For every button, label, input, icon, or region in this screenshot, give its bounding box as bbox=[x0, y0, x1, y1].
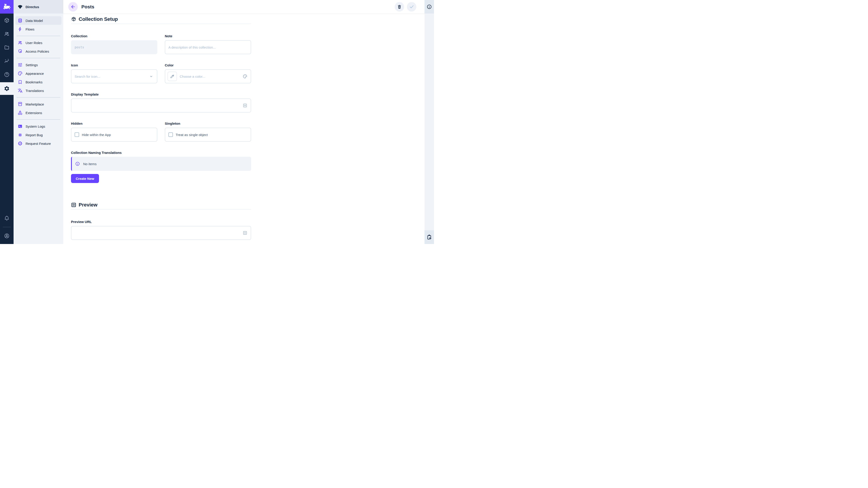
info-panel-button[interactable] bbox=[425, 0, 434, 13]
nav-item-label: Marketplace bbox=[26, 102, 44, 106]
project-name: Directus bbox=[26, 5, 39, 9]
bug-icon bbox=[18, 132, 23, 138]
note-input[interactable] bbox=[168, 45, 248, 49]
singleton-checkbox[interactable] bbox=[168, 132, 173, 137]
account-button[interactable] bbox=[0, 229, 13, 242]
page-content: Collection Setup Collection posts Note bbox=[63, 14, 425, 244]
color-input-wrap bbox=[165, 69, 251, 84]
field-collection: Collection posts bbox=[71, 34, 157, 54]
page-title: Posts bbox=[81, 4, 94, 9]
nav-item-settings[interactable]: Settings bbox=[16, 61, 61, 69]
color-input[interactable] bbox=[180, 74, 243, 78]
right-sidebar-strip bbox=[425, 0, 434, 244]
save-button-disabled[interactable] bbox=[407, 2, 416, 11]
preview-eye-icon bbox=[71, 202, 76, 207]
folder-icon bbox=[4, 44, 10, 51]
module-file-library-button[interactable] bbox=[0, 41, 13, 54]
revisions-panel-button[interactable] bbox=[425, 230, 434, 244]
module-help-button[interactable] bbox=[0, 68, 13, 81]
add-box-icon[interactable] bbox=[243, 230, 248, 235]
display-template-input-wrap[interactable] bbox=[71, 98, 251, 112]
nav-item-user-roles[interactable]: User Roles bbox=[16, 38, 61, 47]
field-singleton: Singleton Treat as single object bbox=[165, 122, 251, 142]
collection-input-disabled: posts bbox=[71, 40, 157, 54]
nav-item-translations[interactable]: Translations bbox=[16, 86, 61, 95]
directus-app: Directus Data Model bbox=[0, 0, 434, 244]
nav-item-marketplace[interactable]: Marketplace bbox=[16, 100, 61, 108]
field-label: Collection bbox=[71, 34, 157, 38]
nav-sidebar: Directus Data Model bbox=[13, 0, 63, 244]
gear-icon bbox=[4, 86, 10, 92]
display-template-input[interactable] bbox=[74, 104, 243, 107]
header-actions bbox=[395, 2, 416, 11]
icon-select[interactable] bbox=[71, 69, 157, 84]
module-insights-button[interactable] bbox=[0, 54, 13, 68]
nav-item-appearance[interactable]: Appearance bbox=[16, 69, 61, 78]
clipboard-clock-icon bbox=[427, 234, 432, 240]
section-title: Collection Setup bbox=[79, 16, 118, 22]
project-header[interactable]: Directus bbox=[13, 0, 63, 13]
add-box-icon[interactable] bbox=[243, 103, 248, 108]
back-button[interactable] bbox=[68, 2, 78, 11]
directus-logo-button[interactable] bbox=[0, 0, 13, 13]
module-content-button[interactable] bbox=[0, 13, 13, 27]
nav-item-report-bug[interactable]: Report Bug bbox=[16, 131, 61, 139]
nav-item-label: Settings bbox=[26, 63, 38, 67]
database-icon bbox=[18, 18, 23, 23]
users-icon bbox=[4, 31, 10, 37]
preview-url-input[interactable] bbox=[74, 231, 243, 235]
module-bar bbox=[0, 0, 13, 244]
chevron-down-icon[interactable] bbox=[149, 74, 154, 79]
preview-url-input-wrap[interactable] bbox=[71, 226, 251, 240]
hidden-checkbox-row[interactable]: Hide within the App bbox=[71, 128, 157, 142]
nav-item-flows[interactable]: Flows bbox=[16, 25, 61, 33]
terminal-icon bbox=[18, 124, 23, 129]
nav-item-request-feature[interactable]: Request Feature bbox=[16, 139, 61, 148]
nav-item-data-model[interactable]: Data Model bbox=[16, 16, 61, 25]
module-user-directory-button[interactable] bbox=[0, 27, 13, 41]
info-circle-icon bbox=[75, 161, 80, 166]
nav-item-label: Report Bug bbox=[26, 133, 43, 137]
shield-person-icon bbox=[18, 48, 23, 54]
account-circle-icon bbox=[4, 233, 10, 239]
field-label: Singleton bbox=[165, 122, 251, 126]
hidden-checkbox[interactable] bbox=[74, 132, 79, 137]
nav-item-bookmarks[interactable]: Bookmarks bbox=[16, 78, 61, 86]
palette-small-icon[interactable] bbox=[243, 74, 248, 79]
checkbox-label: Hide within the App bbox=[82, 133, 111, 137]
field-label: Collection Naming Translations bbox=[71, 151, 251, 155]
rabbit-logo-icon bbox=[2, 2, 11, 11]
create-new-button[interactable]: Create New bbox=[71, 174, 99, 183]
shapes-category-icon bbox=[18, 110, 23, 116]
module-bar-bottom bbox=[0, 212, 13, 244]
arrow-left-icon bbox=[70, 4, 76, 9]
icon-search-input[interactable] bbox=[74, 74, 149, 78]
section-divider bbox=[71, 209, 251, 210]
help-icon bbox=[4, 72, 10, 77]
field-label: Note bbox=[165, 34, 251, 38]
notifications-button[interactable] bbox=[0, 212, 13, 225]
field-display-template: Display Template bbox=[71, 92, 251, 112]
nav-list: Data Model Flows bbox=[13, 13, 63, 148]
field-label: Icon bbox=[71, 63, 157, 67]
nav-divider bbox=[17, 58, 60, 58]
translate-icon bbox=[18, 88, 23, 93]
nav-item-system-logs[interactable]: System Logs bbox=[16, 122, 61, 131]
module-settings-button[interactable] bbox=[0, 82, 13, 95]
eyedropper-button[interactable] bbox=[167, 72, 177, 81]
nav-item-extensions[interactable]: Extensions bbox=[16, 108, 61, 117]
singleton-checkbox-row[interactable]: Treat as single object bbox=[165, 128, 251, 142]
delete-button[interactable] bbox=[395, 2, 404, 11]
note-input-wrap bbox=[165, 40, 251, 54]
preview-section-head: Preview bbox=[71, 201, 425, 208]
page-header: Posts bbox=[63, 0, 425, 14]
section-divider bbox=[71, 24, 251, 24]
collection-setup-section-head: Collection Setup bbox=[71, 16, 425, 23]
insights-icon bbox=[4, 58, 10, 64]
tune-sliders-icon bbox=[18, 62, 23, 68]
nav-divider bbox=[17, 97, 60, 98]
check-icon bbox=[409, 4, 414, 9]
nav-item-access-policies[interactable]: Access Policies bbox=[16, 47, 61, 56]
info-icon bbox=[427, 4, 432, 9]
palette-icon bbox=[18, 71, 23, 76]
